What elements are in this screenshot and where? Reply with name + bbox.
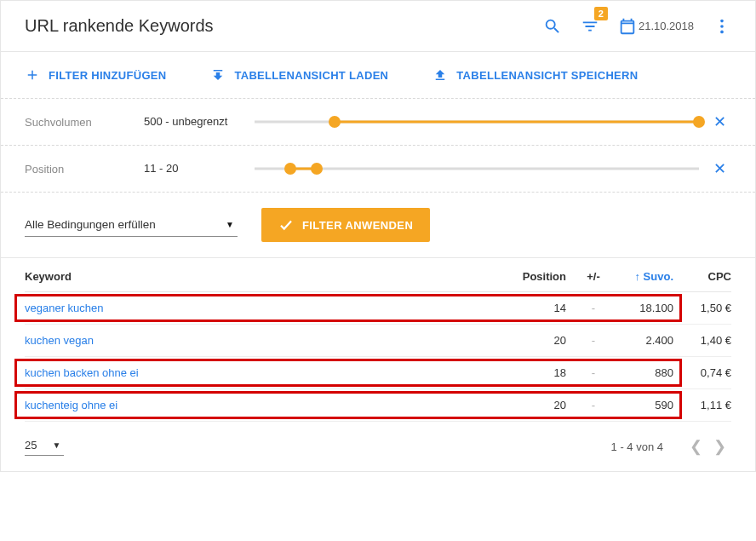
cell-cpc: 1,40 € bbox=[680, 334, 731, 347]
range-slider-position[interactable] bbox=[255, 160, 699, 177]
cell-suvo: 880 bbox=[614, 366, 680, 379]
filter-count-badge: 2 bbox=[594, 7, 608, 20]
filter-label: Position bbox=[25, 163, 144, 176]
cell-position: 18 bbox=[510, 366, 573, 379]
cell-position: 20 bbox=[510, 399, 573, 412]
table-row: kuchenteig ohne ei20-5901,11 € bbox=[25, 389, 731, 422]
table-row: kuchen vegan20-2.4001,40 € bbox=[25, 325, 731, 357]
cell-suvo: 2.400 bbox=[614, 334, 680, 347]
download-icon bbox=[210, 67, 226, 83]
condition-mode-label: Alle Bedingungen erfüllen bbox=[25, 218, 156, 231]
upload-icon bbox=[432, 67, 448, 83]
table-row: kuchen backen ohne ei18-8800,74 € bbox=[25, 357, 731, 389]
apply-filter-label: FILTER ANWENDEN bbox=[302, 219, 413, 232]
panel: URL rankende Keywords 2 21.10.2018 FILTE… bbox=[0, 0, 756, 472]
save-view-label: TABELLENANSICHT SPEICHERN bbox=[456, 69, 638, 82]
cell-delta: - bbox=[573, 366, 614, 379]
load-view-button[interactable]: TABELLENANSICHT LADEN bbox=[210, 67, 388, 83]
toolbar: FILTER HINZUFÜGEN TABELLENANSICHT LADEN … bbox=[1, 52, 755, 99]
condition-mode-select[interactable]: Alle Bedingungen erfüllen ▼ bbox=[25, 213, 238, 237]
next-page-button[interactable]: ❯ bbox=[707, 437, 731, 456]
keyword-link[interactable]: veganer kuchen bbox=[25, 302, 104, 314]
keyword-table: Keyword Position +/- ↑ Suvo. CPC veganer… bbox=[1, 258, 755, 422]
add-filter-label: FILTER HINZUFÜGEN bbox=[49, 69, 166, 82]
filter-row-suchvolumen: Suchvolumen 500 - unbegrenzt ✕ bbox=[1, 99, 755, 146]
cell-cpc: 1,50 € bbox=[680, 302, 731, 314]
date-text: 21.10.2018 bbox=[639, 20, 694, 32]
filter-row-position: Position 11 - 20 ✕ bbox=[1, 146, 755, 193]
cell-suvo: 590 bbox=[614, 399, 680, 412]
save-view-button[interactable]: TABELLENANSICHT SPEICHERN bbox=[432, 67, 638, 83]
col-delta[interactable]: +/- bbox=[573, 270, 614, 283]
chevron-down-icon: ▼ bbox=[52, 440, 60, 450]
keyword-link[interactable]: kuchen vegan bbox=[25, 334, 94, 347]
svg-point-0 bbox=[720, 19, 724, 22]
table-row: veganer kuchen14-18.1001,50 € bbox=[25, 292, 731, 325]
page-size-value: 25 bbox=[25, 439, 37, 452]
cell-delta: - bbox=[573, 399, 614, 412]
panel-header: URL rankende Keywords 2 21.10.2018 bbox=[1, 1, 755, 52]
filter-value: 500 - unbegrenzt bbox=[144, 114, 246, 129]
filter-label: Suchvolumen bbox=[25, 116, 144, 129]
remove-filter-button[interactable]: ✕ bbox=[707, 112, 731, 131]
chevron-down-icon: ▼ bbox=[226, 220, 234, 229]
svg-point-1 bbox=[720, 25, 724, 28]
col-cpc[interactable]: CPC bbox=[680, 270, 731, 283]
filter-value: 11 - 20 bbox=[144, 161, 246, 176]
filter-icon[interactable]: 2 bbox=[581, 17, 599, 36]
cell-suvo: 18.100 bbox=[614, 302, 680, 314]
apply-filter-button[interactable]: FILTER ANWENDEN bbox=[261, 208, 430, 242]
page-size-select[interactable]: 25 ▼ bbox=[25, 437, 64, 456]
header-actions: 2 21.10.2018 bbox=[543, 17, 731, 36]
cell-position: 20 bbox=[510, 334, 573, 347]
search-icon[interactable] bbox=[543, 17, 562, 36]
cell-delta: - bbox=[573, 302, 614, 314]
conditions-row: Alle Bedingungen erfüllen ▼ FILTER ANWEN… bbox=[1, 193, 755, 258]
pagination-range: 1 - 4 von 4 bbox=[611, 440, 663, 453]
sort-arrow-up-icon: ↑ bbox=[634, 270, 643, 283]
plus-icon bbox=[25, 67, 40, 83]
col-suvo[interactable]: ↑ Suvo. bbox=[614, 270, 680, 283]
cell-cpc: 0,74 € bbox=[680, 366, 731, 379]
keyword-link[interactable]: kuchenteig ohne ei bbox=[25, 399, 117, 412]
add-filter-button[interactable]: FILTER HINZUFÜGEN bbox=[25, 67, 166, 83]
date-picker[interactable]: 21.10.2018 bbox=[618, 17, 694, 36]
load-view-label: TABELLENANSICHT LADEN bbox=[234, 69, 388, 82]
col-position[interactable]: Position bbox=[510, 270, 573, 283]
more-menu-icon[interactable] bbox=[713, 17, 731, 36]
col-keyword[interactable]: Keyword bbox=[25, 270, 510, 283]
remove-filter-button[interactable]: ✕ bbox=[707, 159, 731, 178]
table-footer: 25 ▼ 1 - 4 von 4 ❮ ❯ bbox=[1, 422, 755, 471]
cell-delta: - bbox=[573, 334, 614, 347]
range-slider-suchvolumen[interactable] bbox=[255, 113, 699, 130]
table-header: Keyword Position +/- ↑ Suvo. CPC bbox=[25, 258, 731, 292]
keyword-link[interactable]: kuchen backen ohne ei bbox=[25, 366, 139, 379]
check-icon bbox=[278, 217, 294, 233]
panel-title: URL rankende Keywords bbox=[25, 16, 214, 36]
svg-point-2 bbox=[720, 30, 724, 33]
prev-page-button[interactable]: ❮ bbox=[684, 437, 707, 456]
table-body: veganer kuchen14-18.1001,50 €kuchen vega… bbox=[25, 292, 731, 422]
cell-cpc: 1,11 € bbox=[680, 399, 731, 412]
cell-position: 14 bbox=[510, 302, 573, 314]
